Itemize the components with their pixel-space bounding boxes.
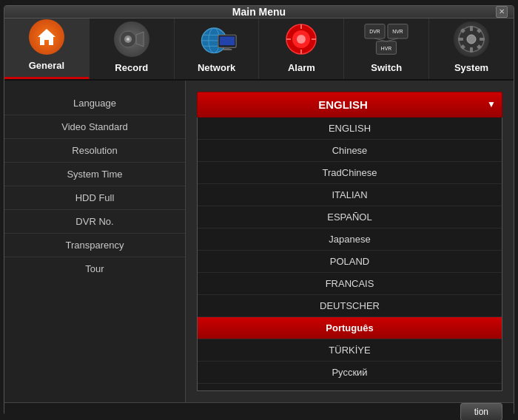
language-dropdown-list[interactable]: ENGLISH Chinese TradChinese ITALIAN ESPA… bbox=[197, 118, 502, 391]
system-icon bbox=[453, 21, 490, 58]
sidebar-item-video-standard[interactable]: Video Standard bbox=[4, 115, 185, 139]
main-window: Main Menu ✕ General bbox=[4, 5, 514, 416]
language-option-espanol[interactable]: ESPAÑOL bbox=[198, 206, 502, 228]
language-option-turkiye[interactable]: TÜRKİYE bbox=[198, 339, 502, 362]
language-option-poland[interactable]: POLAND bbox=[198, 251, 502, 273]
tab-system[interactable]: System bbox=[429, 18, 514, 79]
tab-switch[interactable]: DVR NVR HVR Switch bbox=[344, 18, 429, 79]
sidebar-item-tour[interactable]: Tour bbox=[4, 257, 185, 280]
record-icon bbox=[113, 21, 150, 58]
tab-network-label: Network bbox=[198, 62, 235, 73]
svg-line-26 bbox=[386, 38, 397, 41]
network-icon bbox=[198, 21, 235, 58]
svg-text:NVR: NVR bbox=[393, 29, 403, 34]
language-option-chinese[interactable]: Chinese bbox=[198, 140, 502, 162]
dropdown-selected-label: ENGLISH bbox=[318, 98, 368, 111]
tab-alarm[interactable]: Alarm bbox=[259, 18, 344, 79]
tab-system-label: System bbox=[454, 62, 488, 73]
bottom-bar: tion bbox=[4, 402, 514, 421]
svg-text:DVR: DVR bbox=[370, 29, 380, 34]
sidebar-item-system-time[interactable]: System Time bbox=[4, 163, 185, 186]
switch-icon: DVR NVR HVR bbox=[368, 21, 405, 58]
sidebar-item-dvr-no[interactable]: DVR No. bbox=[4, 210, 185, 234]
tab-general[interactable]: General bbox=[4, 18, 90, 79]
sidebar-item-hdd-full[interactable]: HDD Full bbox=[4, 186, 185, 210]
language-option-portugues[interactable]: Português bbox=[198, 317, 502, 339]
general-icon bbox=[28, 18, 65, 55]
svg-rect-11 bbox=[222, 49, 232, 50]
language-dropdown-container: ENGLISH ▼ ENGLISH Chinese TradChinese bbox=[197, 92, 502, 391]
alarm-icon bbox=[283, 21, 320, 58]
svg-point-28 bbox=[467, 35, 476, 44]
tab-alarm-label: Alarm bbox=[288, 62, 315, 73]
close-icon: ✕ bbox=[499, 7, 505, 16]
svg-rect-10 bbox=[224, 47, 229, 49]
action-button[interactable]: tion bbox=[460, 403, 502, 421]
dropdown-arrow-icon: ▼ bbox=[487, 99, 496, 109]
svg-rect-29 bbox=[470, 26, 473, 31]
svg-text:HVR: HVR bbox=[381, 45, 391, 50]
language-option-tradchinese[interactable]: TradChinese bbox=[198, 162, 502, 184]
svg-point-14 bbox=[297, 35, 306, 44]
tab-switch-label: Switch bbox=[371, 62, 402, 73]
sidebar-item-transparency[interactable]: Transparency bbox=[4, 234, 185, 257]
language-dropdown-selected[interactable]: ENGLISH ▼ bbox=[197, 92, 502, 118]
language-option-deutscher[interactable]: DEUTSCHER bbox=[198, 295, 502, 317]
svg-rect-31 bbox=[458, 38, 463, 41]
main-content: ENGLISH ▼ ENGLISH Chinese TradChinese bbox=[186, 81, 514, 402]
language-option-romana[interactable]: Română bbox=[198, 384, 502, 391]
svg-line-25 bbox=[375, 38, 386, 41]
language-option-english[interactable]: ENGLISH bbox=[198, 118, 502, 140]
sidebar-item-language[interactable]: Language bbox=[4, 92, 185, 115]
language-option-russian[interactable]: Русский bbox=[198, 362, 502, 384]
sidebar: Language Video Standard Resolution Syste… bbox=[4, 81, 186, 402]
nav-tabs: General Record bbox=[4, 18, 514, 81]
svg-point-2 bbox=[127, 38, 130, 41]
tab-record-label: Record bbox=[115, 62, 148, 73]
language-option-francais[interactable]: FRANCAIS bbox=[198, 273, 502, 295]
language-option-japanese[interactable]: Japanese bbox=[198, 228, 502, 251]
window-title: Main Menu bbox=[232, 6, 286, 18]
tab-record[interactable]: Record bbox=[90, 18, 175, 79]
close-button[interactable]: ✕ bbox=[496, 6, 508, 18]
tab-network[interactable]: Network bbox=[175, 18, 260, 79]
language-option-italian[interactable]: ITALIAN bbox=[198, 184, 502, 206]
svg-rect-32 bbox=[480, 38, 485, 41]
svg-rect-30 bbox=[470, 47, 473, 52]
svg-rect-9 bbox=[219, 36, 235, 45]
sidebar-item-resolution[interactable]: Resolution bbox=[4, 139, 185, 163]
tab-general-label: General bbox=[29, 60, 64, 71]
content-area: Language Video Standard Resolution Syste… bbox=[4, 81, 514, 402]
titlebar: Main Menu ✕ bbox=[4, 6, 514, 18]
